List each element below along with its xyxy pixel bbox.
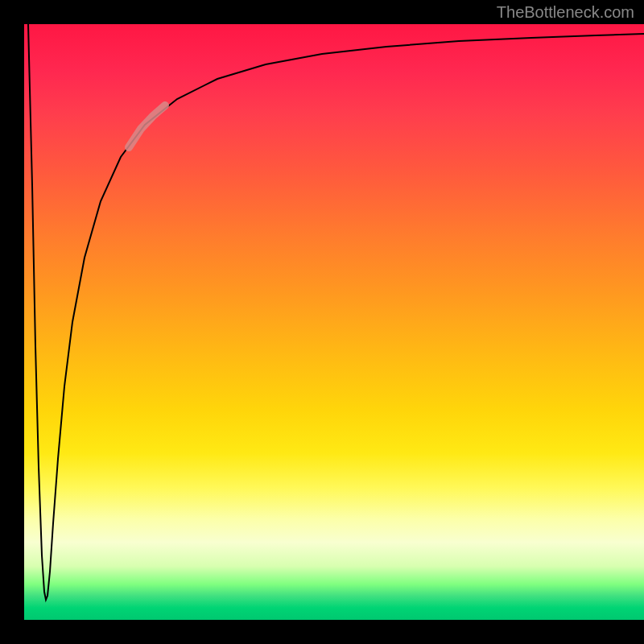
highlight-segment [129,105,165,147]
main-curve [28,24,644,600]
chart-curve-svg [24,24,644,620]
watermark-text: TheBottleneck.com [497,3,634,22]
